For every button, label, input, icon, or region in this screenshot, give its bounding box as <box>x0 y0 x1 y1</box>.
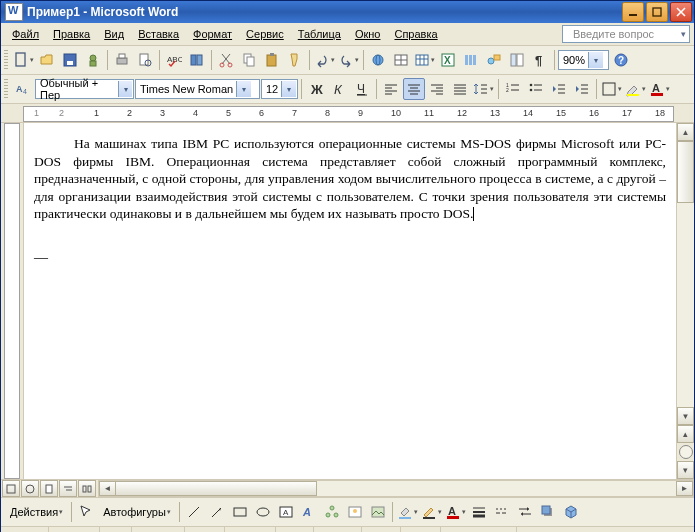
open-button[interactable] <box>36 49 58 71</box>
toolbar-grip[interactable] <box>4 50 8 70</box>
outline-view-button[interactable] <box>59 480 77 497</box>
redo-button[interactable]: ▾ <box>337 49 360 71</box>
3d-button[interactable] <box>560 501 582 523</box>
menu-help[interactable]: Справка <box>387 26 444 42</box>
italic-button[interactable]: К <box>328 78 350 100</box>
save-button[interactable] <box>59 49 81 71</box>
print-preview-button[interactable] <box>134 49 156 71</box>
scroll-track[interactable] <box>677 141 694 407</box>
tables-borders-button[interactable] <box>390 49 412 71</box>
web-view-button[interactable] <box>21 480 39 497</box>
status-ext[interactable]: ВДЛ <box>362 527 401 532</box>
style-combo[interactable]: Обычный + Пер▾ <box>35 79 134 99</box>
font-size-combo[interactable]: 12▾ <box>261 79 298 99</box>
minimize-button[interactable] <box>622 2 644 22</box>
bold-button[interactable]: Ж <box>305 78 327 100</box>
hscroll-thumb[interactable] <box>115 481 317 496</box>
vertical-ruler[interactable] <box>1 123 24 479</box>
next-page-button[interactable]: ▾ <box>677 461 694 479</box>
dash-style-button[interactable] <box>491 501 513 523</box>
insert-table-button[interactable]: ▾ <box>413 49 436 71</box>
oval-button[interactable] <box>252 501 274 523</box>
font-color-button[interactable]: A▾ <box>648 78 671 100</box>
status-rec[interactable]: ЗАП <box>276 527 315 532</box>
print-view-button[interactable] <box>40 480 58 497</box>
styles-pane-button[interactable]: A4 <box>12 78 34 100</box>
horizontal-ruler[interactable]: 12123456789101112131415161718 <box>1 104 694 123</box>
line-spacing-button[interactable]: ▾ <box>472 78 495 100</box>
align-justify-button[interactable] <box>449 78 471 100</box>
align-right-button[interactable] <box>426 78 448 100</box>
close-button[interactable] <box>670 2 692 22</box>
scroll-down-button[interactable]: ▼ <box>677 407 694 425</box>
prev-page-button[interactable]: ▴ <box>677 425 694 443</box>
cut-button[interactable] <box>215 49 237 71</box>
numbering-button[interactable]: 12 <box>502 78 524 100</box>
new-button[interactable]: ▾ <box>12 49 35 71</box>
font-color-draw-button[interactable]: A▾ <box>444 501 467 523</box>
select-objects-button[interactable] <box>75 501 97 523</box>
underline-button[interactable]: Ч <box>351 78 373 100</box>
highlight-button[interactable]: ▾ <box>624 78 647 100</box>
rectangle-button[interactable] <box>229 501 251 523</box>
maximize-button[interactable] <box>646 2 668 22</box>
arrow-style-button[interactable] <box>514 501 536 523</box>
toolbar-grip[interactable] <box>4 79 8 99</box>
menu-file[interactable]: Файл <box>5 26 46 42</box>
autoshapes-menu[interactable]: Автофигуры▾ <box>98 501 176 523</box>
menu-window[interactable]: Окно <box>348 26 388 42</box>
copy-button[interactable] <box>238 49 260 71</box>
titlebar[interactable]: Пример1 - Microsoft Word <box>1 1 694 23</box>
browse-object-button[interactable] <box>679 445 693 459</box>
status-ovr[interactable]: ЗАМ <box>401 527 441 532</box>
paste-button[interactable] <box>261 49 283 71</box>
fill-color-button[interactable]: ▾ <box>396 501 419 523</box>
line-button[interactable] <box>183 501 205 523</box>
scroll-left-button[interactable]: ◄ <box>99 481 116 496</box>
textbox-button[interactable]: A <box>275 501 297 523</box>
shadow-button[interactable] <box>537 501 559 523</box>
research-button[interactable] <box>186 49 208 71</box>
wordart-button[interactable]: A <box>298 501 320 523</box>
insert-picture-button[interactable] <box>367 501 389 523</box>
menu-edit[interactable]: Правка <box>46 26 97 42</box>
diagram-button[interactable] <box>321 501 343 523</box>
scroll-thumb[interactable] <box>677 141 694 203</box>
zoom-combo[interactable]: 90%▾ <box>558 50 609 70</box>
scroll-right-button[interactable]: ► <box>676 481 693 496</box>
menu-format[interactable]: Формат <box>186 26 239 42</box>
reading-view-button[interactable] <box>78 480 96 497</box>
decrease-indent-button[interactable] <box>548 78 570 100</box>
docmap-button[interactable] <box>506 49 528 71</box>
arrow-button[interactable] <box>206 501 228 523</box>
help-search-combo[interactable]: Введите вопрос <box>562 25 690 43</box>
menu-insert[interactable]: Вставка <box>131 26 186 42</box>
scroll-up-button[interactable]: ▲ <box>677 123 694 141</box>
excel-button[interactable]: X <box>437 49 459 71</box>
help-button[interactable]: ? <box>610 49 632 71</box>
increase-indent-button[interactable] <box>571 78 593 100</box>
horizontal-scrollbar[interactable]: ◄ ► <box>98 480 694 497</box>
font-combo[interactable]: Times New Roman▾ <box>135 79 260 99</box>
line-color-button[interactable]: ▾ <box>420 501 443 523</box>
clipart-button[interactable] <box>344 501 366 523</box>
vertical-scrollbar[interactable]: ▲ ▼ ▴ ▾ <box>676 123 694 479</box>
bullets-button[interactable] <box>525 78 547 100</box>
menu-view[interactable]: Вид <box>97 26 131 42</box>
spellcheck-button[interactable]: ABC <box>163 49 185 71</box>
draw-actions-menu[interactable]: Действия▾ <box>5 501 68 523</box>
line-style-button[interactable] <box>468 501 490 523</box>
normal-view-button[interactable] <box>2 480 20 497</box>
menu-tools[interactable]: Сервис <box>239 26 291 42</box>
columns-button[interactable] <box>460 49 482 71</box>
status-track[interactable]: ИСПР <box>314 527 362 532</box>
align-left-button[interactable] <box>380 78 402 100</box>
align-center-button[interactable] <box>403 78 425 100</box>
permission-button[interactable] <box>82 49 104 71</box>
drawing-button[interactable] <box>483 49 505 71</box>
show-hide-button[interactable]: ¶ <box>529 49 551 71</box>
menu-table[interactable]: Таблица <box>291 26 348 42</box>
print-button[interactable] <box>111 49 133 71</box>
borders-button[interactable]: ▾ <box>600 78 623 100</box>
format-painter-button[interactable] <box>284 49 306 71</box>
